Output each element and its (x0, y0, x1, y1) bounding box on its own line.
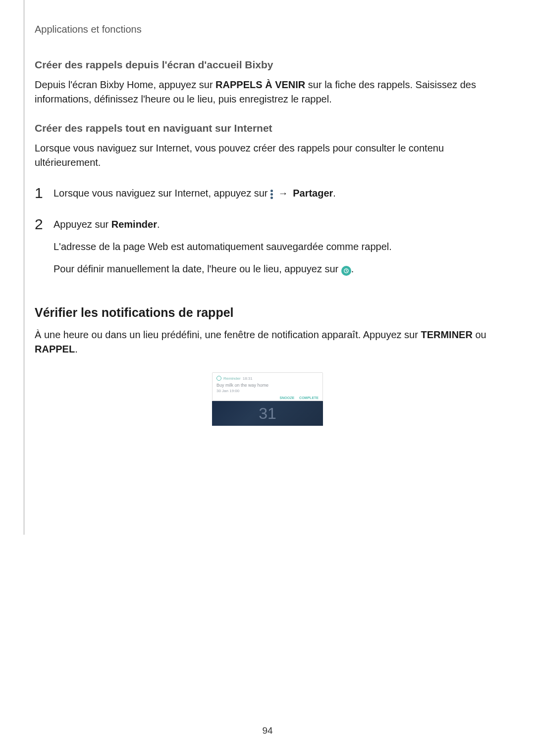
text: Appuyez sur (54, 219, 111, 230)
section-heading-verify: Vérifier les notifications de rappel (35, 305, 500, 320)
text: . (333, 188, 336, 199)
notification-wallpaper: 31 (212, 401, 323, 426)
paragraph-bixby: Depuis l'écran Bixby Home, appuyez sur R… (35, 78, 500, 106)
notification-card: Reminder 18:31 Buy milk on the way home … (212, 372, 323, 401)
more-options-icon (270, 189, 273, 198)
text: . (351, 263, 354, 274)
label-rappel: RAPPEL (35, 344, 75, 354)
paragraph-internet-intro: Lorsque vous naviguez sur Internet, vous… (35, 141, 500, 170)
notification-subtitle: 30 Jan 19:00 (216, 389, 319, 393)
step-1: 1 Lorsque vous naviguez sur Internet, ap… (35, 186, 500, 208)
step-body: Appuyez sur Reminder. L'adresse de la pa… (54, 217, 500, 284)
notification-action-snooze[interactable]: SNOOZE (280, 396, 295, 400)
step-2: 2 Appuyez sur Reminder. L'adresse de la … (35, 217, 500, 284)
wallpaper-date-number: 31 (259, 404, 276, 423)
text: . (157, 219, 160, 230)
text: Lorsque vous naviguez sur Internet, appu… (54, 188, 270, 199)
page-number: 94 (0, 725, 535, 736)
step-number: 1 (35, 186, 54, 201)
label-reminder: Reminder (111, 219, 157, 230)
notification-mock: Reminder 18:31 Buy milk on the way home … (212, 372, 323, 426)
step-body: Lorsque vous naviguez sur Internet, appu… (54, 186, 500, 208)
notification-action-complete[interactable]: COMPLETE (299, 396, 319, 400)
subsection-heading-internet: Créer des rappels tout en naviguant sur … (35, 122, 500, 134)
notification-title: Buy milk on the way home (216, 383, 319, 388)
paragraph-verify: À une heure ou dans un lieu prédéfini, u… (35, 328, 500, 356)
clock-icon (341, 266, 351, 276)
notification-time: 18:31 (243, 376, 253, 381)
breadcrumb: Applications et fonctions (35, 24, 500, 35)
step-2-note-1: L'adresse de la page Web est automatique… (54, 239, 500, 254)
subsection-heading-bixby: Créer des rappels depuis l'écran d'accue… (35, 59, 500, 71)
label-rappels-a-venir: RAPPELS À VENIR (215, 79, 305, 90)
page-cut-line (24, 0, 24, 535)
text: . (75, 344, 78, 354)
text: ou (473, 329, 486, 340)
text: À une heure ou dans un lieu prédéfini, u… (35, 329, 421, 340)
notification-app-name: Reminder (223, 376, 241, 381)
label-terminer: TERMINER (421, 329, 472, 340)
reminder-app-icon (216, 376, 221, 381)
step-number: 2 (35, 217, 54, 232)
arrow-icon: → (278, 186, 288, 201)
label-partager: Partager (293, 188, 333, 199)
text: Depuis l'écran Bixby Home, appuyez sur (35, 79, 215, 90)
text: Pour définir manuellement la date, l'heu… (54, 263, 341, 274)
